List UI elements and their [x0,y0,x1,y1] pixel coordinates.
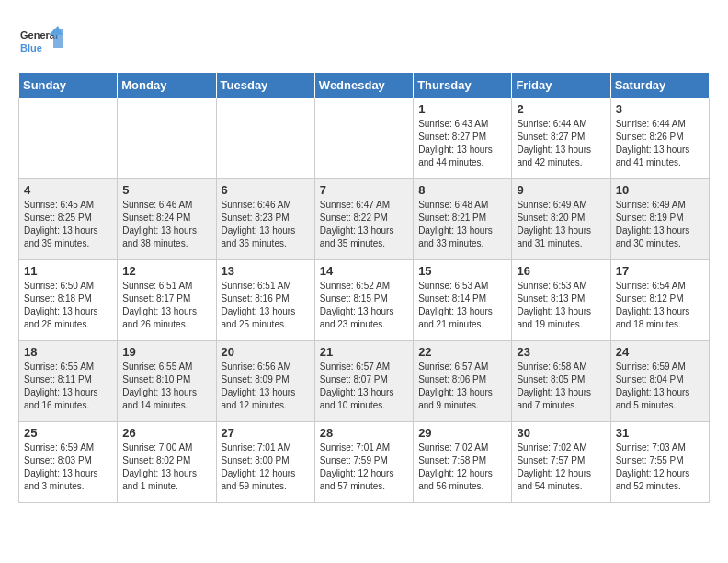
calendar-cell [216,98,314,179]
day-number: 24 [616,345,704,359]
calendar-cell [118,98,216,179]
calendar-cell: 31Sunrise: 7:03 AM Sunset: 7:55 PM Dayli… [610,422,709,503]
cell-content: Sunrise: 7:03 AM Sunset: 7:55 PM Dayligh… [616,442,704,493]
day-number: 7 [320,183,408,197]
day-number: 22 [418,345,506,359]
calendar-cell: 9Sunrise: 6:49 AM Sunset: 8:20 PM Daylig… [512,179,610,260]
cell-content: Sunrise: 6:51 AM Sunset: 8:17 PM Dayligh… [122,280,210,331]
calendar-cell: 29Sunrise: 7:02 AM Sunset: 7:58 PM Dayli… [414,422,512,503]
calendar-cell: 10Sunrise: 6:49 AM Sunset: 8:19 PM Dayli… [610,179,709,260]
calendar-cell: 12Sunrise: 6:51 AM Sunset: 8:17 PM Dayli… [118,260,216,341]
cell-content: Sunrise: 6:59 AM Sunset: 8:04 PM Dayligh… [616,361,704,412]
day-number: 3 [616,102,704,116]
day-number: 1 [418,102,506,116]
day-number: 18 [24,345,112,359]
cell-content: Sunrise: 7:01 AM Sunset: 7:59 PM Dayligh… [320,442,408,493]
calendar-cell: 5Sunrise: 6:46 AM Sunset: 8:24 PM Daylig… [118,179,216,260]
cell-content: Sunrise: 6:53 AM Sunset: 8:13 PM Dayligh… [517,280,605,331]
day-number: 5 [122,183,210,197]
calendar-cell: 22Sunrise: 6:57 AM Sunset: 8:06 PM Dayli… [414,341,512,422]
cell-content: Sunrise: 6:50 AM Sunset: 8:18 PM Dayligh… [24,280,112,331]
logo: General Blue [18,22,64,63]
day-number: 4 [24,183,112,197]
calendar-cell: 6Sunrise: 6:46 AM Sunset: 8:23 PM Daylig… [216,179,314,260]
day-number: 26 [122,426,210,440]
cell-content: Sunrise: 6:44 AM Sunset: 8:27 PM Dayligh… [517,118,605,169]
calendar-cell: 8Sunrise: 6:48 AM Sunset: 8:21 PM Daylig… [414,179,512,260]
calendar-cell: 28Sunrise: 7:01 AM Sunset: 7:59 PM Dayli… [314,422,413,503]
cell-content: Sunrise: 6:55 AM Sunset: 8:10 PM Dayligh… [122,361,210,412]
cell-content: Sunrise: 6:54 AM Sunset: 8:12 PM Dayligh… [616,280,704,331]
calendar-cell: 21Sunrise: 6:57 AM Sunset: 8:07 PM Dayli… [314,341,413,422]
calendar-cell: 13Sunrise: 6:51 AM Sunset: 8:16 PM Dayli… [216,260,314,341]
day-of-week-header: Friday [512,73,610,98]
day-of-week-header: Saturday [610,73,709,98]
calendar-cell [19,98,118,179]
day-of-week-header: Sunday [19,73,118,98]
calendar-cell: 24Sunrise: 6:59 AM Sunset: 8:04 PM Dayli… [610,341,709,422]
day-number: 20 [222,345,310,359]
day-number: 12 [122,264,210,278]
cell-content: Sunrise: 6:53 AM Sunset: 8:14 PM Dayligh… [418,280,506,331]
cell-content: Sunrise: 6:43 AM Sunset: 8:27 PM Dayligh… [418,118,506,169]
calendar-cell: 25Sunrise: 6:59 AM Sunset: 8:03 PM Dayli… [19,422,118,503]
calendar-cell: 3Sunrise: 6:44 AM Sunset: 8:26 PM Daylig… [610,98,709,179]
day-number: 31 [616,426,704,440]
calendar-cell: 11Sunrise: 6:50 AM Sunset: 8:18 PM Dayli… [19,260,118,341]
cell-content: Sunrise: 6:55 AM Sunset: 8:11 PM Dayligh… [24,361,112,412]
day-number: 19 [122,345,210,359]
calendar-cell: 7Sunrise: 6:47 AM Sunset: 8:22 PM Daylig… [314,179,413,260]
calendar-cell: 17Sunrise: 6:54 AM Sunset: 8:12 PM Dayli… [610,260,709,341]
day-number: 8 [418,183,506,197]
cell-content: Sunrise: 6:49 AM Sunset: 8:20 PM Dayligh… [517,199,605,250]
cell-content: Sunrise: 6:47 AM Sunset: 8:22 PM Dayligh… [320,199,408,250]
day-number: 16 [517,264,605,278]
day-number: 30 [517,426,605,440]
day-number: 9 [517,183,605,197]
cell-content: Sunrise: 7:02 AM Sunset: 7:58 PM Dayligh… [418,442,506,493]
day-number: 11 [24,264,112,278]
cell-content: Sunrise: 6:56 AM Sunset: 8:09 PM Dayligh… [222,361,310,412]
calendar-cell: 14Sunrise: 6:52 AM Sunset: 8:15 PM Dayli… [314,260,413,341]
calendar-cell [314,98,413,179]
cell-content: Sunrise: 7:02 AM Sunset: 7:57 PM Dayligh… [517,442,605,493]
calendar-cell: 20Sunrise: 6:56 AM Sunset: 8:09 PM Dayli… [216,341,314,422]
calendar-cell: 4Sunrise: 6:45 AM Sunset: 8:25 PM Daylig… [19,179,118,260]
day-number: 25 [24,426,112,440]
calendar-cell: 16Sunrise: 6:53 AM Sunset: 8:13 PM Dayli… [512,260,610,341]
cell-content: Sunrise: 6:58 AM Sunset: 8:05 PM Dayligh… [517,361,605,412]
calendar-cell: 23Sunrise: 6:58 AM Sunset: 8:05 PM Dayli… [512,341,610,422]
cell-content: Sunrise: 6:49 AM Sunset: 8:19 PM Dayligh… [616,199,704,250]
cell-content: Sunrise: 6:46 AM Sunset: 8:24 PM Dayligh… [122,199,210,250]
cell-content: Sunrise: 7:00 AM Sunset: 8:02 PM Dayligh… [122,442,210,493]
day-of-week-header: Wednesday [314,73,413,98]
day-number: 10 [616,183,704,197]
calendar-cell: 27Sunrise: 7:01 AM Sunset: 8:00 PM Dayli… [216,422,314,503]
cell-content: Sunrise: 7:01 AM Sunset: 8:00 PM Dayligh… [222,442,310,493]
day-number: 29 [418,426,506,440]
calendar-cell: 15Sunrise: 6:53 AM Sunset: 8:14 PM Dayli… [414,260,512,341]
cell-content: Sunrise: 6:59 AM Sunset: 8:03 PM Dayligh… [24,442,112,493]
day-number: 6 [222,183,310,197]
day-number: 27 [222,426,310,440]
calendar-cell: 18Sunrise: 6:55 AM Sunset: 8:11 PM Dayli… [19,341,118,422]
cell-content: Sunrise: 6:45 AM Sunset: 8:25 PM Dayligh… [24,199,112,250]
day-number: 15 [418,264,506,278]
svg-text:Blue: Blue [20,42,42,53]
calendar-cell: 1Sunrise: 6:43 AM Sunset: 8:27 PM Daylig… [414,98,512,179]
calendar-cell: 19Sunrise: 6:55 AM Sunset: 8:10 PM Dayli… [118,341,216,422]
calendar-cell: 2Sunrise: 6:44 AM Sunset: 8:27 PM Daylig… [512,98,610,179]
calendar-table: SundayMondayTuesdayWednesdayThursdayFrid… [18,72,710,503]
cell-content: Sunrise: 6:57 AM Sunset: 8:06 PM Dayligh… [418,361,506,412]
day-number: 2 [517,102,605,116]
day-number: 17 [616,264,704,278]
cell-content: Sunrise: 6:52 AM Sunset: 8:15 PM Dayligh… [320,280,408,331]
cell-content: Sunrise: 6:46 AM Sunset: 8:23 PM Dayligh… [222,199,310,250]
calendar-cell: 30Sunrise: 7:02 AM Sunset: 7:57 PM Dayli… [512,422,610,503]
cell-content: Sunrise: 6:48 AM Sunset: 8:21 PM Dayligh… [418,199,506,250]
day-of-week-header: Monday [118,73,216,98]
cell-content: Sunrise: 6:44 AM Sunset: 8:26 PM Dayligh… [616,118,704,169]
day-number: 13 [222,264,310,278]
cell-content: Sunrise: 6:57 AM Sunset: 8:07 PM Dayligh… [320,361,408,412]
day-number: 23 [517,345,605,359]
